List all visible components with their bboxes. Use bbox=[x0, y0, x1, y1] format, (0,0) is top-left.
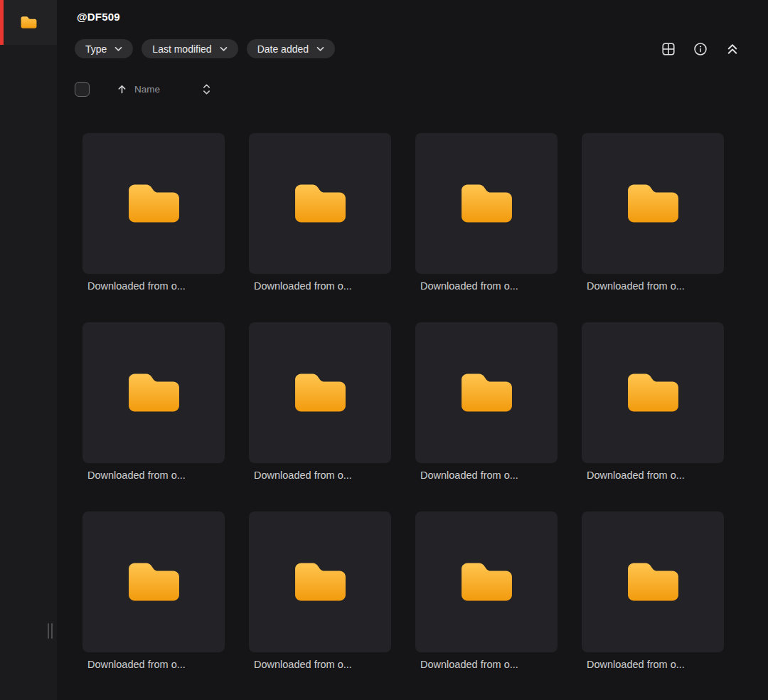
folder-tile[interactable] bbox=[415, 133, 558, 274]
filter-chip-label: Date added bbox=[257, 43, 309, 55]
sidebar bbox=[0, 0, 57, 700]
folder-tile[interactable] bbox=[415, 511, 558, 652]
chevron-down-icon bbox=[316, 46, 324, 52]
folder-icon bbox=[292, 180, 349, 227]
filter-chip-last-modified[interactable]: Last modified bbox=[142, 39, 238, 58]
sort-header: Name bbox=[72, 81, 768, 97]
sort-order-toggle[interactable] bbox=[203, 83, 210, 96]
folder-icon bbox=[125, 369, 183, 416]
folder-tile[interactable] bbox=[415, 322, 558, 463]
folder-item[interactable]: Downloaded from o... bbox=[582, 133, 724, 292]
folder-item[interactable]: Downloaded from o... bbox=[582, 322, 724, 481]
sort-by-name-button[interactable]: Name bbox=[117, 84, 160, 95]
folder-item[interactable]: Downloaded from o... bbox=[82, 511, 225, 670]
folder-item[interactable]: Downloaded from o... bbox=[82, 322, 225, 481]
resize-grip-bar bbox=[48, 623, 49, 639]
filter-chip-label: Type bbox=[85, 43, 107, 55]
folder-icon bbox=[458, 558, 516, 605]
folder-tile[interactable] bbox=[582, 322, 724, 463]
chevron-down-icon bbox=[114, 46, 122, 52]
folder-icon bbox=[125, 180, 183, 227]
folder-name-label: Downloaded from o... bbox=[415, 470, 555, 481]
filter-chips: Type Last modified Date added bbox=[75, 39, 335, 58]
active-item-indicator bbox=[0, 0, 4, 45]
unfold-chevrons-icon bbox=[203, 83, 210, 96]
grid-view-button[interactable] bbox=[660, 41, 677, 58]
folder-item[interactable]: Downloaded from o... bbox=[249, 133, 391, 292]
folder-tile[interactable] bbox=[82, 133, 225, 274]
folder-grid: Downloaded from o... Downloaded from o..… bbox=[82, 133, 768, 670]
info-icon bbox=[693, 41, 708, 57]
view-toolbar bbox=[660, 41, 741, 58]
folder-name-label: Downloaded from o... bbox=[415, 280, 555, 292]
folder-name-label: Downloaded from o... bbox=[82, 470, 222, 481]
sidebar-item-folder[interactable] bbox=[0, 0, 57, 45]
filter-chip-label: Last modified bbox=[152, 43, 211, 55]
folder-name-label: Downloaded from o... bbox=[82, 659, 222, 670]
chevron-down-icon bbox=[220, 46, 228, 52]
folder-item[interactable]: Downloaded from o... bbox=[415, 511, 558, 670]
folder-icon bbox=[125, 558, 183, 605]
folder-tile[interactable] bbox=[82, 511, 225, 652]
file-manager-window: @DF509 Type Last modified Date added bbox=[0, 0, 768, 700]
folder-item[interactable]: Downloaded from o... bbox=[82, 133, 225, 292]
info-button[interactable] bbox=[692, 41, 709, 58]
select-all-checkbox[interactable] bbox=[75, 82, 90, 97]
folder-name-label: Downloaded from o... bbox=[582, 280, 721, 292]
folder-tile[interactable] bbox=[582, 133, 724, 274]
page-title: @DF509 bbox=[77, 11, 768, 23]
folder-icon bbox=[292, 369, 349, 416]
sidebar-resize-handle[interactable] bbox=[46, 622, 54, 640]
folder-tile[interactable] bbox=[249, 322, 391, 463]
folder-name-label: Downloaded from o... bbox=[249, 659, 388, 670]
resize-grip-bar bbox=[51, 623, 53, 639]
folder-name-label: Downloaded from o... bbox=[582, 470, 721, 481]
folder-item[interactable]: Downloaded from o... bbox=[415, 322, 558, 481]
folder-item[interactable]: Downloaded from o... bbox=[415, 133, 558, 292]
folder-icon bbox=[20, 15, 38, 30]
folder-name-label: Downloaded from o... bbox=[582, 659, 721, 670]
folder-tile[interactable] bbox=[82, 322, 225, 463]
sort-ascending-arrow-icon bbox=[117, 84, 127, 95]
folder-tile[interactable] bbox=[249, 511, 391, 652]
folder-item[interactable]: Downloaded from o... bbox=[249, 511, 391, 670]
header: @DF509 bbox=[72, 0, 768, 23]
folder-name-label: Downloaded from o... bbox=[249, 470, 388, 481]
main-content: @DF509 Type Last modified Date added bbox=[57, 0, 768, 700]
folder-name-label: Downloaded from o... bbox=[82, 280, 222, 292]
filter-toolbar: Type Last modified Date added bbox=[72, 39, 768, 58]
folder-tile[interactable] bbox=[249, 133, 391, 274]
folder-item[interactable]: Downloaded from o... bbox=[249, 322, 391, 481]
folder-icon bbox=[458, 180, 516, 227]
sort-field-label: Name bbox=[134, 84, 160, 95]
filter-chip-type[interactable]: Type bbox=[75, 39, 133, 58]
grid-view-icon bbox=[661, 41, 676, 57]
collapse-button[interactable] bbox=[724, 41, 741, 58]
folder-name-label: Downloaded from o... bbox=[249, 280, 388, 292]
collapse-icon bbox=[725, 41, 740, 57]
folder-name-label: Downloaded from o... bbox=[415, 659, 555, 670]
filter-chip-date-added[interactable]: Date added bbox=[247, 39, 335, 58]
folder-icon bbox=[624, 558, 682, 605]
folder-item[interactable]: Downloaded from o... bbox=[582, 511, 724, 670]
folder-icon bbox=[624, 180, 682, 227]
folder-tile[interactable] bbox=[582, 511, 724, 652]
folder-icon bbox=[458, 369, 516, 416]
folder-icon bbox=[624, 369, 682, 416]
folder-icon bbox=[292, 558, 349, 605]
